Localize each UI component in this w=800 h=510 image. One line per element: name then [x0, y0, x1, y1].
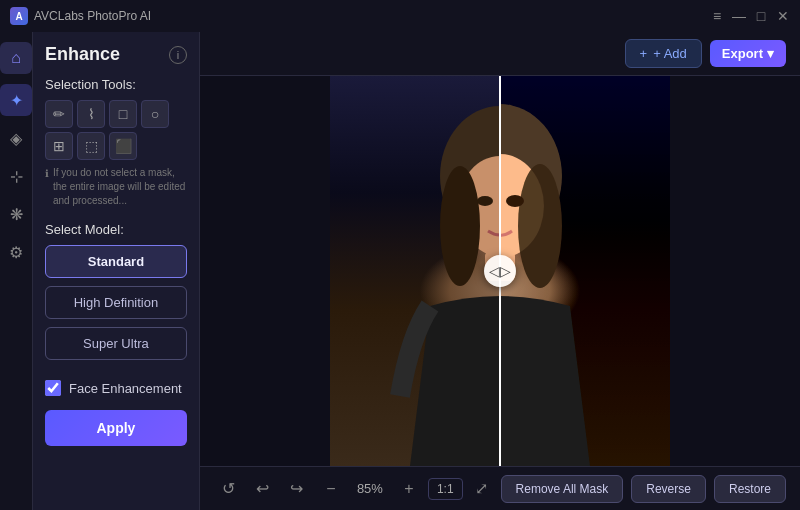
- info-icon[interactable]: i: [169, 46, 187, 64]
- titlebar: A AVCLabs PhotoPro AI ≡ — □ ✕: [0, 0, 800, 32]
- pen-tool[interactable]: ✏: [45, 100, 73, 128]
- zoom-out-button[interactable]: −: [316, 475, 346, 503]
- sidebar-item-tools[interactable]: ⚙: [0, 236, 32, 268]
- toolbar-left: ↺ ↩ ↪ − 85% + 1:1 ⤢: [214, 475, 497, 503]
- refresh-button[interactable]: ↺: [214, 475, 244, 503]
- remove-all-mask-button[interactable]: Remove All Mask: [501, 475, 624, 503]
- svg-point-2: [440, 166, 480, 286]
- close-button[interactable]: ✕: [776, 9, 790, 23]
- maximize-button[interactable]: □: [754, 9, 768, 23]
- sidebar-item-removebg[interactable]: ◈: [0, 122, 32, 154]
- selection-tools-label: Selection Tools:: [45, 77, 187, 92]
- fit-button[interactable]: ⤢: [467, 475, 497, 503]
- model-section: Select Model: Standard High Definition S…: [45, 222, 187, 368]
- top-bar: + + Add Export ▾: [200, 32, 800, 76]
- image-area[interactable]: ◁▷: [200, 76, 800, 466]
- face-enhancement-label: Face Enhancement: [69, 381, 182, 396]
- smart-tool[interactable]: ⊞: [45, 132, 73, 160]
- app-logo: A: [10, 7, 28, 25]
- undo-button[interactable]: ↩: [248, 475, 278, 503]
- lasso-tool[interactable]: ⌇: [77, 100, 105, 128]
- apply-button[interactable]: Apply: [45, 410, 187, 446]
- sidebar-item-retouch[interactable]: ⊹: [0, 160, 32, 192]
- left-panel: Enhance i Selection Tools: ✏ ⌇ □ ○ ⊞ ⬚ ⬛…: [33, 32, 200, 510]
- brush-tool[interactable]: ⬚: [77, 132, 105, 160]
- face-enhancement[interactable]: Face Enhancement: [45, 380, 187, 396]
- menu-button[interactable]: ≡: [710, 9, 724, 23]
- rect-tool[interactable]: □: [109, 100, 137, 128]
- app-title: AVCLabs PhotoPro AI: [34, 9, 704, 23]
- panel-header: Enhance i: [45, 44, 187, 65]
- model-super-ultra[interactable]: Super Ultra: [45, 327, 187, 360]
- sidebar-item-effects[interactable]: ❋: [0, 198, 32, 230]
- bottom-toolbar: ↺ ↩ ↪ − 85% + 1:1 ⤢ Remove All Mask Reve…: [200, 466, 800, 510]
- toolbar-right: Remove All Mask Reverse Restore: [501, 475, 786, 503]
- restore-button[interactable]: Restore: [714, 475, 786, 503]
- ellipse-tool[interactable]: ○: [141, 100, 169, 128]
- redo-button[interactable]: ↪: [282, 475, 312, 503]
- svg-point-5: [477, 196, 493, 206]
- panel-title: Enhance: [45, 44, 120, 65]
- selection-tools: ✏ ⌇ □ ○ ⊞ ⬚ ⬛: [45, 100, 187, 160]
- zoom-level: 85%: [350, 481, 390, 496]
- one-to-one-button[interactable]: 1:1: [428, 478, 463, 500]
- chevron-down-icon: ▾: [767, 46, 774, 61]
- main-content: + + Add Export ▾: [200, 32, 800, 510]
- model-standard[interactable]: Standard: [45, 245, 187, 278]
- model-high-definition[interactable]: High Definition: [45, 286, 187, 319]
- comparison-handle[interactable]: ◁▷: [484, 255, 516, 287]
- eraser-tool[interactable]: ⬛: [109, 132, 137, 160]
- plus-icon: +: [640, 46, 648, 61]
- comparison-container: ◁▷: [330, 76, 670, 466]
- select-model-label: Select Model:: [45, 222, 187, 237]
- face-enhancement-checkbox[interactable]: [45, 380, 61, 396]
- export-button[interactable]: Export ▾: [710, 40, 786, 67]
- sidebar-item-enhance[interactable]: ✦: [0, 84, 32, 116]
- add-button[interactable]: + + Add: [625, 39, 702, 68]
- app-body: ⌂ ✦ ◈ ⊹ ❋ ⚙ Enhance i Selection Tools: ✏…: [0, 32, 800, 510]
- icon-sidebar: ⌂ ✦ ◈ ⊹ ❋ ⚙: [0, 32, 33, 510]
- sidebar-item-home[interactable]: ⌂: [0, 42, 32, 74]
- hint-icon: ℹ: [45, 167, 49, 181]
- minimize-button[interactable]: —: [732, 9, 746, 23]
- window-controls[interactable]: ≡ — □ ✕: [710, 9, 790, 23]
- zoom-in-button[interactable]: +: [394, 475, 424, 503]
- hint-text: ℹ If you do not select a mask, the entir…: [45, 166, 187, 208]
- reverse-button[interactable]: Reverse: [631, 475, 706, 503]
